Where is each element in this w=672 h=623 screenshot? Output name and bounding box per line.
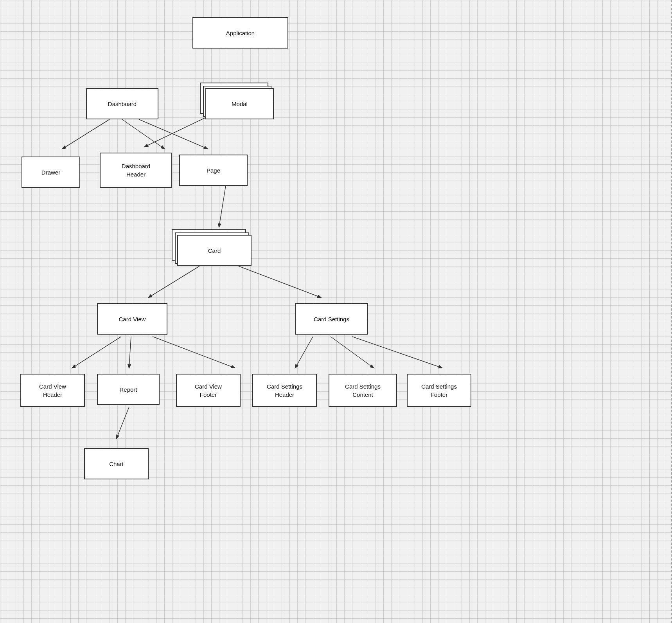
card-settings-content-node: Card SettingsContent: [329, 374, 397, 407]
card-view-footer-label: Card ViewFooter: [195, 382, 222, 399]
svg-line-10: [153, 337, 235, 368]
chart-label: Chart: [109, 460, 124, 468]
page-node: Page: [179, 155, 248, 186]
svg-line-5: [219, 186, 226, 227]
report-label: Report: [119, 385, 137, 394]
drawer-label: Drawer: [41, 168, 60, 176]
card-settings-node: Card Settings: [295, 303, 368, 335]
svg-line-3: [122, 119, 164, 149]
svg-line-9: [129, 337, 131, 368]
dashboard-header-label: DashboardHeader: [122, 162, 150, 178]
card-settings-content-label: Card SettingsContent: [345, 382, 381, 399]
card-settings-label: Card Settings: [314, 315, 349, 323]
card-settings-footer-label: Card SettingsFooter: [421, 382, 457, 399]
application-label: Application: [226, 29, 255, 37]
svg-line-14: [117, 407, 129, 438]
svg-line-11: [295, 337, 313, 368]
card-settings-footer-node: Card SettingsFooter: [407, 374, 471, 407]
report-node: Report: [97, 374, 160, 405]
modal-label: Modal: [232, 100, 248, 108]
svg-line-6: [149, 266, 199, 297]
svg-line-13: [352, 337, 442, 368]
card-view-node: Card View: [97, 303, 167, 335]
drawer-node: Drawer: [22, 157, 80, 188]
card-settings-header-node: Card SettingsHeader: [252, 374, 317, 407]
card-view-header-label: Card ViewHeader: [39, 382, 66, 399]
diagram: Application Dashboard Modal Drawer Dashb…: [0, 0, 672, 623]
application-node: Application: [192, 17, 288, 49]
card-view-header-node: Card ViewHeader: [20, 374, 85, 407]
card-view-footer-node: Card ViewFooter: [176, 374, 241, 407]
svg-line-2: [63, 119, 110, 149]
card-settings-header-label: Card SettingsHeader: [267, 382, 302, 399]
modal-node: Modal: [205, 88, 274, 119]
svg-line-7: [239, 266, 321, 297]
svg-line-12: [331, 337, 374, 368]
dashboard-header-node: DashboardHeader: [100, 153, 172, 188]
dashboard-label: Dashboard: [108, 100, 137, 108]
page-label: Page: [207, 166, 220, 175]
dashboard-node: Dashboard: [86, 88, 158, 119]
svg-line-4: [139, 119, 207, 149]
card-label: Card: [208, 247, 221, 255]
svg-line-8: [72, 337, 121, 368]
card-node: Card: [177, 235, 252, 266]
card-view-label: Card View: [119, 315, 146, 323]
chart-node: Chart: [84, 448, 149, 479]
